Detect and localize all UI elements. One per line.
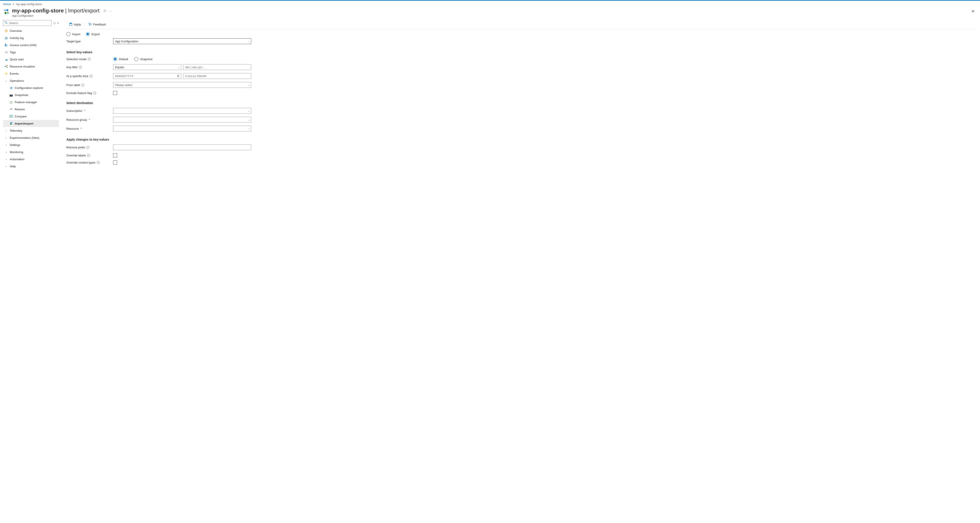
exclude-ff-checkbox[interactable] — [113, 91, 117, 95]
nav-feature-manager[interactable]: ◫Feature manager — [3, 99, 59, 105]
resource-label: Resource* — [66, 127, 111, 130]
export-radio[interactable]: Export — [86, 32, 100, 36]
nav-group-experimentation[interactable]: ›Experimentation (New) — [3, 134, 59, 141]
import-radio[interactable]: Import — [66, 32, 80, 36]
nav-events[interactable]: ⚡Events — [3, 70, 59, 77]
specific-time-label: At a specific timei — [66, 75, 111, 78]
nav-group-automation[interactable]: ›Automation — [3, 156, 59, 163]
override-labels-label: Override labelsi — [66, 154, 111, 157]
info-icon[interactable]: i — [89, 75, 92, 78]
sidebar-collapse-button[interactable]: « — [57, 21, 59, 24]
sidebar-sort-button[interactable]: ◇ — [54, 21, 56, 24]
main-panel: Apply Feedback Import Export Target type… — [59, 20, 977, 171]
info-icon[interactable]: i — [88, 58, 91, 61]
key-filter-label: Key filteri — [66, 65, 111, 69]
config-explorer-icon: ⊞ — [10, 86, 13, 89]
section-select-destination: Select destination — [66, 101, 251, 105]
sidebar: ◇ « 🔆Overview ▤Activity log Access contr… — [3, 20, 59, 171]
svg-point-2 — [5, 44, 6, 45]
search-icon — [5, 21, 8, 25]
info-icon[interactable]: i — [93, 92, 96, 94]
apply-button[interactable]: Apply — [66, 20, 84, 29]
chevron-down-icon: ⌄ — [248, 110, 250, 112]
nav-configuration-explorer[interactable]: ⊞Configuration explorer — [3, 84, 59, 91]
visualizer-icon — [5, 65, 8, 68]
selection-mode-label: Selection modei — [66, 57, 111, 61]
calendar-icon[interactable]: 🗓 — [177, 75, 180, 78]
restore-icon: ↶ — [10, 107, 13, 111]
selection-default-radio[interactable]: Default — [113, 57, 128, 61]
svg-point-5 — [7, 65, 8, 66]
resource-group-select[interactable]: ⌄ — [113, 117, 251, 123]
nav-group-monitoring[interactable]: ›Monitoring — [3, 148, 59, 156]
chevron-right-icon: › — [5, 144, 8, 146]
svg-point-6 — [7, 67, 8, 68]
remove-prefix-input[interactable] — [113, 144, 251, 150]
subscription-select[interactable]: ⌄ — [113, 108, 251, 114]
favorite-button[interactable]: ☆ — [103, 8, 107, 13]
date-input[interactable]: 🗓 — [113, 73, 181, 79]
chevron-down-icon: ⌄ — [248, 40, 250, 43]
import-export-nav-icon — [10, 122, 13, 125]
svg-point-4 — [5, 66, 6, 67]
sidebar-search[interactable] — [3, 20, 52, 26]
nav-tags[interactable]: 🏷Tags — [3, 49, 59, 56]
chevron-right-icon: › — [5, 129, 8, 132]
feedback-button[interactable]: Feedback — [86, 20, 109, 29]
nav-group-telemetry[interactable]: ›Telemetry — [3, 127, 59, 134]
quick-start-icon: ☁ — [5, 57, 8, 61]
key-filter-value-input[interactable] — [183, 64, 251, 70]
svg-line-1 — [7, 23, 8, 24]
nav-quick-start[interactable]: ☁Quick start — [3, 56, 59, 63]
selection-snapshot-radio[interactable]: Snapshot — [134, 57, 152, 61]
nav-group-operations[interactable]: ⌄Operations — [3, 77, 59, 84]
nav-activity-log[interactable]: ▤Activity log — [3, 34, 59, 41]
more-actions-button[interactable]: ··· — [109, 9, 113, 13]
info-icon[interactable]: i — [87, 154, 90, 157]
exclude-ff-label: Exclude feature flagi — [66, 91, 111, 95]
info-icon[interactable]: i — [97, 161, 100, 164]
chevron-right-icon: › — [5, 165, 8, 167]
chevron-right-icon: › — [5, 158, 8, 161]
svg-point-13 — [89, 23, 90, 24]
key-filter-operator-select[interactable]: Equals⌄ — [113, 64, 181, 70]
info-icon[interactable]: i — [86, 146, 89, 149]
subscription-label: Subscription* — [66, 109, 111, 113]
tag-icon: 🏷 — [5, 50, 8, 54]
nav-restore[interactable]: ↶Restore — [3, 105, 59, 113]
nav-import-export[interactable]: Import/export — [3, 120, 59, 127]
override-labels-checkbox[interactable] — [113, 153, 117, 157]
nav-overview[interactable]: 🔆Overview — [3, 27, 59, 34]
sidebar-search-input[interactable] — [9, 21, 50, 25]
nav-group-help[interactable]: ›Help — [3, 163, 59, 170]
chevron-down-icon: ⌄ — [248, 84, 250, 86]
resource-select[interactable]: ⌄ — [113, 126, 251, 131]
toolbar: Apply Feedback — [66, 20, 977, 29]
nav-snapshots[interactable]: 📷Snapshots — [3, 91, 59, 99]
svg-line-7 — [6, 65, 7, 66]
resource-group-label: Resource group* — [66, 118, 111, 121]
overview-icon: 🔆 — [5, 29, 8, 32]
chevron-down-icon: ⌄ — [248, 128, 250, 130]
compare-icon — [10, 115, 13, 118]
nav-resource-visualizer[interactable]: Resource visualizer — [3, 63, 59, 70]
time-input[interactable] — [183, 73, 251, 79]
nav-group-settings[interactable]: ›Settings — [3, 141, 59, 148]
target-type-select[interactable]: App Configuration⌄ — [113, 38, 251, 44]
remove-prefix-label: Remove prefixi — [66, 146, 111, 149]
close-button[interactable]: ✕ — [969, 8, 977, 15]
page-subtitle: App Configuration — [12, 14, 969, 18]
toolbar-separator — [84, 22, 85, 27]
breadcrumb: Home > my-app-config-store — [0, 1, 980, 7]
iam-icon — [5, 43, 8, 47]
info-icon[interactable]: i — [79, 66, 82, 69]
nav-compare[interactable]: Compare — [3, 113, 59, 120]
svg-line-8 — [6, 66, 7, 67]
page-title: my-app-config-store | Import/export — [12, 8, 100, 14]
info-icon[interactable]: i — [81, 84, 84, 86]
breadcrumb-home[interactable]: Home — [3, 2, 11, 6]
nav-access-control[interactable]: Access control (IAM) — [3, 41, 59, 49]
activity-log-icon: ▤ — [5, 36, 8, 40]
from-label-select[interactable]: Please select⌄ — [113, 82, 251, 88]
override-content-types-checkbox[interactable] — [113, 161, 117, 164]
